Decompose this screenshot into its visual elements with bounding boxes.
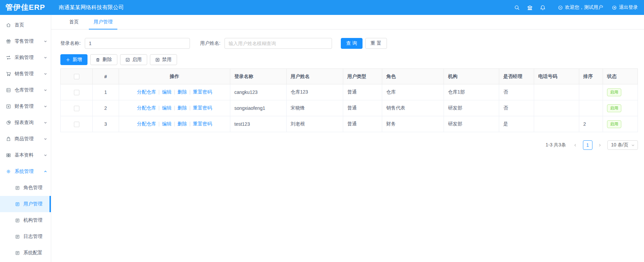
cell-org: 仓库1部 xyxy=(444,84,499,100)
actions-header: 操作 xyxy=(119,69,230,84)
chevron-left-icon xyxy=(573,143,577,147)
sidebar-item-basic-data[interactable]: 基本资料 xyxy=(0,147,51,163)
x-square-icon xyxy=(155,58,160,62)
reset-password-link[interactable]: 重置密码 xyxy=(193,121,212,126)
sidebar-subitem-user[interactable]: 用户管理 xyxy=(0,196,51,212)
chevron-right-icon xyxy=(598,143,602,147)
plus-icon xyxy=(66,58,70,62)
sidebar-item-warehouse[interactable]: 仓库管理 xyxy=(0,82,51,98)
edit-link[interactable]: 编辑 xyxy=(162,105,172,110)
row-checkbox[interactable] xyxy=(74,106,79,111)
sidebar-item-system[interactable]: 系统管理 xyxy=(0,163,51,180)
assign-warehouse-link[interactable]: 分配仓库 xyxy=(137,105,156,110)
chevron-down-icon xyxy=(43,153,47,157)
cell-manager: 是 xyxy=(499,116,534,132)
sidebar-item-goods[interactable]: 商品管理 xyxy=(0,131,51,147)
bank-icon[interactable] xyxy=(523,0,536,15)
add-button[interactable]: 新增 xyxy=(60,54,87,65)
search-icon[interactable] xyxy=(510,0,523,15)
pagination-total: 1-3 共3条 xyxy=(546,142,566,148)
role-header: 角色 xyxy=(382,69,444,84)
delete-link[interactable]: 删除 xyxy=(177,121,187,126)
app-logo: 管伊佳ERP xyxy=(0,2,52,13)
cell-sort xyxy=(579,84,603,100)
delete-link[interactable]: 删除 xyxy=(177,89,187,95)
cell-name: 刘老根 xyxy=(287,116,343,132)
phone-header: 电话号码 xyxy=(534,69,579,84)
sidebar-subitem-config[interactable]: 系统配置 xyxy=(0,245,51,261)
user-management-panel: 登录名称: 用户姓名: 查 询 重 置 新增 删除 xyxy=(51,29,644,150)
trash-icon xyxy=(96,58,100,62)
edit-link[interactable]: 编辑 xyxy=(162,121,172,126)
page-size-select[interactable]: 10 条/页 xyxy=(607,140,638,150)
enable-button[interactable]: 启用 xyxy=(120,54,147,65)
cell-name: 仓库123 xyxy=(287,84,343,100)
reset-password-link[interactable]: 重置密码 xyxy=(193,105,212,110)
cell-role: 财务 xyxy=(382,116,444,132)
chevron-down-icon xyxy=(43,72,47,76)
cell-type: 普通 xyxy=(343,116,382,132)
cell-phone xyxy=(534,116,579,132)
cell-name: 宋晓锋 xyxy=(287,100,343,116)
row-checkbox[interactable] xyxy=(74,90,79,95)
cell-manager: 否 xyxy=(499,100,534,116)
gift-icon xyxy=(6,39,11,44)
topbar: 管伊佳ERP 南通某某网络科技有限公司 欢迎您，测试用户 退出登录 xyxy=(0,0,644,15)
assign-warehouse-link[interactable]: 分配仓库 xyxy=(137,121,156,126)
table-row: 2 分配仓库|编辑|删除|重置密码 songxiaofeng1 宋晓锋 普通 销… xyxy=(61,100,638,116)
chevron-down-icon xyxy=(43,137,47,141)
delete-button[interactable]: 删除 xyxy=(90,54,117,65)
grid-icon xyxy=(6,153,11,158)
table-header-row: # 操作 登录名称 用户姓名 用户类型 角色 机构 是否经理 电话号码 排序 状… xyxy=(61,69,638,84)
main-area: 首页 用户管理 登录名称: 用户姓名: 查 询 重 置 新增 xyxy=(51,15,644,262)
toolbar: 新增 删除 启用 禁用 xyxy=(60,54,638,65)
login-name-input[interactable] xyxy=(85,38,190,49)
index-header: # xyxy=(93,69,119,84)
sidebar-item-home[interactable]: 首页 xyxy=(0,17,51,33)
sidebar-subitem-org[interactable]: 机构管理 xyxy=(0,212,51,228)
chevron-down-icon xyxy=(43,104,47,108)
cell-login: songxiaofeng1 xyxy=(230,100,287,116)
cell-index: 1 xyxy=(93,84,119,100)
edit-link[interactable]: 编辑 xyxy=(162,89,172,95)
type-header: 用户类型 xyxy=(343,69,382,84)
bag-icon xyxy=(6,136,11,142)
pie-chart-icon xyxy=(6,120,11,125)
page-number-button[interactable]: 1 xyxy=(583,140,592,150)
home-icon xyxy=(6,22,11,28)
sidebar-item-purchase[interactable]: 采购管理 xyxy=(0,49,51,66)
assign-warehouse-link[interactable]: 分配仓库 xyxy=(137,89,156,95)
sidebar-subitem-role[interactable]: 角色管理 xyxy=(0,180,51,196)
cell-status: 启用 xyxy=(603,84,638,100)
disable-button[interactable]: 禁用 xyxy=(150,54,177,65)
user-welcome-dropdown[interactable]: 欢迎您，测试用户 xyxy=(558,4,603,11)
sidebar-item-finance[interactable]: 财务管理 xyxy=(0,98,51,115)
status-badge: 启用 xyxy=(607,104,621,112)
money-icon xyxy=(6,104,11,109)
tab-home[interactable]: 首页 xyxy=(62,15,86,29)
sidebar-subitem-log[interactable]: 日志管理 xyxy=(0,228,51,245)
sidebar-item-retail[interactable]: 零售管理 xyxy=(0,33,51,49)
table-row: 3 分配仓库|编辑|删除|重置密码 test123 刘老根 普通 财务 研发部 … xyxy=(61,116,638,132)
sidebar-item-sales[interactable]: 销售管理 xyxy=(0,66,51,82)
user-name-input[interactable] xyxy=(225,38,332,49)
reset-password-link[interactable]: 重置密码 xyxy=(193,89,212,95)
select-all-checkbox[interactable] xyxy=(74,74,79,79)
user-name-label: 用户姓名: xyxy=(200,40,220,46)
cell-sort: 2 xyxy=(579,116,603,132)
reset-button[interactable]: 重 置 xyxy=(365,38,387,49)
chevron-down-icon xyxy=(631,143,635,147)
delete-link[interactable]: 删除 xyxy=(177,105,187,110)
search-button[interactable]: 查 询 xyxy=(341,38,363,49)
logout-button[interactable]: 退出登录 xyxy=(612,4,638,11)
list-icon xyxy=(15,250,20,256)
row-checkbox[interactable] xyxy=(74,122,79,127)
tab-user-management[interactable]: 用户管理 xyxy=(86,15,120,29)
next-page-button[interactable] xyxy=(595,140,605,150)
sidebar-item-report[interactable]: 报表查询 xyxy=(0,115,51,131)
prev-page-button[interactable] xyxy=(571,140,580,150)
bell-icon[interactable] xyxy=(536,0,549,15)
cell-phone xyxy=(534,84,579,100)
gear-icon xyxy=(6,169,11,174)
circle-chevron-down-icon xyxy=(558,5,563,10)
